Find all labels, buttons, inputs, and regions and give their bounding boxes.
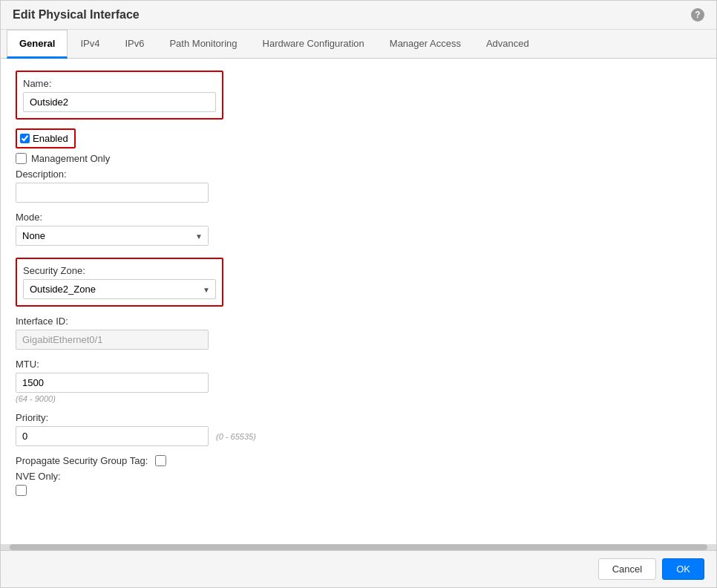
priority-input[interactable] [16,426,209,446]
management-only-row: Management Only [16,153,701,164]
enabled-label: Enabled [33,133,68,144]
tab-bar: General IPv4 IPv6 Path Monitoring Hardwa… [1,30,716,59]
tab-ipv4[interactable]: IPv4 [68,30,112,59]
name-input[interactable] [23,92,216,112]
ok-button[interactable]: OK [662,558,704,580]
nve-only-group: NVE Only: [16,471,701,496]
mode-select[interactable]: None Passive BVI Redundant EtherChannel [16,226,209,246]
nve-only-label: NVE Only: [16,471,701,482]
nve-only-checkbox-row [16,485,701,496]
nve-only-checkbox[interactable] [16,485,27,496]
name-group: Name: [16,71,701,120]
propagate-sgt-checkbox[interactable] [155,455,166,466]
dialog-header: Edit Physical Interface ? [1,1,716,30]
priority-label: Priority: [16,412,701,423]
security-zone-bordered-wrapper: Security Zone: Outside2_Zone Inside_Zone… [16,258,223,307]
dialog-body: Name: Enabled Management Only Descriptio… [1,59,716,544]
propagate-sgt-row: Propagate Security Group Tag: [16,455,701,466]
tab-general[interactable]: General [7,30,68,59]
propagate-sgt-label: Propagate Security Group Tag: [16,455,148,466]
name-label: Name: [23,78,216,89]
security-zone-label: Security Zone: [23,265,216,276]
enabled-checkbox[interactable] [20,134,30,143]
interface-id-input [16,330,209,350]
management-only-checkbox[interactable] [16,153,27,164]
priority-row: (0 - 65535) [16,426,701,446]
priority-hint: (0 - 65535) [216,432,256,441]
cancel-button[interactable]: Cancel [598,558,656,580]
description-input[interactable] [16,183,209,203]
mode-select-wrapper: None Passive BVI Redundant EtherChannel … [16,226,209,246]
mtu-input[interactable] [16,373,209,393]
tab-manager-access[interactable]: Manager Access [377,30,474,59]
mtu-row [16,373,701,393]
tab-hardware-configuration[interactable]: Hardware Configuration [250,30,377,59]
mode-label: Mode: [16,212,701,223]
tab-path-monitoring[interactable]: Path Monitoring [157,30,249,59]
description-group: Description: [16,169,701,203]
enabled-bordered-wrapper: Enabled [16,128,76,148]
mtu-label: MTU: [16,359,701,370]
security-zone-select[interactable]: Outside2_Zone Inside_Zone DMZ_Zone [23,279,216,299]
security-zone-select-wrapper: Outside2_Zone Inside_Zone DMZ_Zone ▼ [23,279,216,299]
dialog-footer: Cancel OK [1,550,716,587]
dialog-title: Edit Physical Interface [13,8,140,22]
priority-group: Priority: (0 - 65535) [16,412,701,446]
mtu-hint: (64 - 9000) [16,394,701,403]
interface-id-label: Interface ID: [16,316,701,327]
security-zone-group: Security Zone: Outside2_Zone Inside_Zone… [16,255,701,307]
help-icon[interactable]: ? [691,8,704,22]
edit-physical-interface-dialog: Edit Physical Interface ? General IPv4 I… [0,0,717,588]
mode-group: Mode: None Passive BVI Redundant EtherCh… [16,212,701,246]
scrollbar-thumb [10,544,707,550]
tab-ipv6[interactable]: IPv6 [112,30,157,59]
management-only-label: Management Only [31,153,110,164]
tab-advanced[interactable]: Advanced [474,30,542,59]
mtu-group: MTU: (64 - 9000) [16,359,701,403]
description-label: Description: [16,169,701,180]
name-bordered-wrapper: Name: [16,71,223,120]
interface-id-group: Interface ID: [16,316,701,350]
horizontal-scrollbar[interactable] [1,544,716,550]
